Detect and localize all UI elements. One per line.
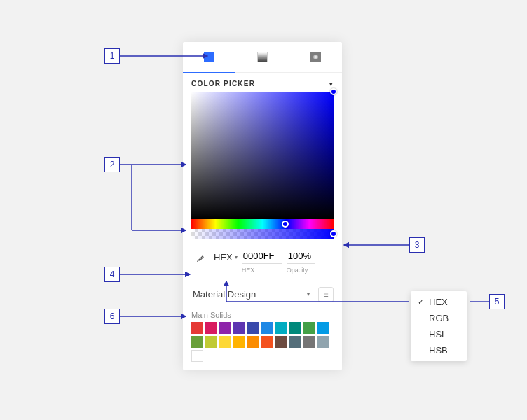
annotation-marker: 3 [409,237,425,253]
swatch[interactable] [205,336,217,348]
swatch[interactable] [317,322,329,334]
hue-slider[interactable] [191,219,334,229]
hex-field-label: HEX [242,267,282,274]
annotation-marker: 6 [104,309,120,324]
chevron-down-icon: ▾ [235,254,238,260]
swatch-grid [183,322,342,370]
tab-radial[interactable] [289,42,342,73]
opacity-field-label: Opacity [287,267,315,274]
sv-thumb[interactable] [330,88,337,95]
swatch-empty[interactable] [191,350,203,362]
palette-select[interactable]: Material Design ▾ [191,287,311,302]
section-header[interactable]: COLOR PICKER ▾ [183,73,342,92]
eyedropper-icon[interactable] [191,248,210,268]
swatch[interactable] [303,322,315,334]
format-selected-label: HEX [214,252,233,262]
swatch[interactable] [303,336,315,348]
format-option-label: RGB [429,313,449,323]
opacity-field[interactable] [287,248,315,264]
hex-field[interactable] [242,248,282,264]
list-icon: ≡ [323,290,328,300]
saturation-value-area[interactable] [191,92,334,219]
swatch[interactable] [289,336,301,348]
value-inputs-row: HEX ▾ HEX Opacity [183,239,342,276]
swatch[interactable] [233,336,245,348]
annotation-marker: 1 [104,48,120,64]
swatch[interactable] [247,336,259,348]
color-format-select[interactable]: HEX ▾ [214,248,238,265]
alpha-thumb[interactable] [330,230,337,237]
swatch[interactable] [275,322,287,334]
swatch[interactable] [247,322,259,334]
format-option-label: HSL [429,329,446,340]
tab-gradient[interactable] [236,42,289,73]
format-option[interactable]: RGB [411,310,467,326]
swatch[interactable] [191,336,203,348]
format-option[interactable]: HSL [411,326,467,342]
swatch[interactable] [261,322,273,334]
tab-solid[interactable] [183,42,235,73]
alpha-slider[interactable] [191,229,334,239]
format-option-label: HEX [429,297,448,307]
color-picker-panel: COLOR PICKER ▾ HEX ▾ HEX Opacity [183,42,342,370]
palette-row: Material Design ▾ ≡ [183,281,342,305]
annotation-marker: 4 [104,267,120,282]
swatch[interactable] [289,322,301,334]
picker-mode-tabs [183,42,342,73]
swatch[interactable] [261,336,273,348]
swatch[interactable] [191,322,203,334]
palette-selected-label: Material Design [193,289,256,300]
format-option-label: HSB [429,345,448,356]
format-option[interactable]: HSB [411,342,467,358]
gradient-icon [257,52,268,62]
color-format-dropdown: ✓HEXRGBHSLHSB [411,291,467,361]
swatch[interactable] [219,322,231,334]
swatch-group-title: Main Solids [183,305,342,322]
chevron-down-icon: ▾ [307,291,310,298]
list-toggle-button[interactable]: ≡ [318,287,334,302]
swatch[interactable] [233,322,245,334]
annotation-marker: 5 [489,294,505,309]
radial-icon [310,52,321,62]
format-option[interactable]: ✓HEX [411,294,467,310]
check-icon: ✓ [418,298,425,307]
swatch[interactable] [275,336,287,348]
chevron-down-icon: ▾ [329,80,334,88]
swatch[interactable] [205,322,217,334]
swatch[interactable] [317,336,329,348]
annotation-marker: 2 [104,157,120,172]
section-title: COLOR PICKER [191,80,255,88]
hue-thumb[interactable] [282,220,289,227]
solid-icon [204,52,214,62]
swatch[interactable] [219,336,231,348]
